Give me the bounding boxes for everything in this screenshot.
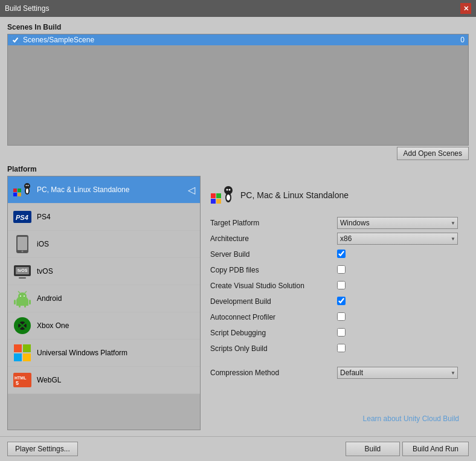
copy-pdb-checkbox[interactable] — [337, 265, 346, 274]
svg-point-21 — [20, 295, 21, 297]
dev-build-label: Development Build — [210, 297, 337, 306]
svg-rect-12 — [18, 237, 27, 250]
platform-uwp-label: Universal Windows Platform — [37, 349, 195, 357]
platform-list: PC, Mac & Linux Standalone ◁ PS4 — [7, 176, 201, 430]
build-and-run-button[interactable]: Build And Run — [402, 442, 469, 456]
svg-point-13 — [22, 251, 24, 253]
webgl-icon: HTML 5 — [13, 370, 32, 390]
uwp-icon — [13, 343, 32, 363]
settings-row-script-debug: Script Debugging — [210, 327, 459, 339]
scene-checkbox[interactable] — [11, 36, 19, 44]
platform-settings-header: PC, Mac & Linux Standalone — [210, 183, 459, 207]
platform-item-ios[interactable]: iOS — [8, 231, 200, 258]
tvos-icon: tvOS — [13, 262, 32, 281]
scenes-section-label: Scenes In Build — [7, 23, 469, 31]
window-title: Build Settings — [5, 4, 49, 13]
scene-name: Scenes/SampleScene — [23, 36, 457, 44]
svg-point-8 — [28, 185, 29, 186]
platform-ios-label: iOS — [37, 240, 195, 248]
copy-pdb-label: Copy PDB files — [210, 266, 337, 274]
svg-rect-39 — [216, 193, 221, 198]
platform-item-webgl[interactable]: HTML 5 WebGL — [8, 367, 200, 394]
svg-point-6 — [26, 189, 28, 193]
title-bar: Build Settings ✕ — [0, 0, 476, 17]
settings-row-autoconnect: Autoconnect Profiler — [210, 311, 459, 323]
platform-list-scroll[interactable]: PC, Mac & Linux Standalone ◁ PS4 — [8, 176, 200, 430]
settings-row-server-build: Server Build — [210, 248, 459, 260]
xbox-icon — [13, 316, 32, 335]
player-settings-button[interactable]: Player Settings... — [7, 442, 78, 456]
svg-rect-34 — [23, 353, 31, 361]
platform-settings-panel: PC, Mac & Linux Standalone Target Platfo… — [201, 176, 469, 430]
settings-row-architecture: Architecture x86 x86_64 — [210, 233, 459, 245]
svg-point-7 — [26, 185, 27, 186]
platform-item-uwp[interactable]: Universal Windows Platform — [8, 340, 200, 367]
target-platform-select[interactable]: Windows Mac OS X Linux — [337, 217, 458, 229]
svg-rect-2 — [13, 193, 17, 196]
svg-rect-26 — [29, 300, 31, 305]
dev-build-checkbox[interactable] — [337, 297, 346, 305]
add-open-scenes-row: Add Open Scenes — [7, 147, 469, 160]
platform-settings-icon — [210, 183, 234, 207]
compression-select[interactable]: Default LZ4 LZ4HC — [337, 367, 458, 379]
settings-row-compression: Compression Method Default LZ4 LZ4HC — [210, 367, 459, 379]
architecture-value: x86 x86_64 — [337, 233, 459, 245]
target-platform-select-wrapper: Windows Mac OS X Linux — [337, 217, 458, 229]
platform-android-label: Android — [37, 294, 195, 303]
platform-section-label: Platform — [7, 165, 469, 173]
scenes-list: Scenes/SampleScene 0 — [7, 34, 469, 146]
cloud-build-link[interactable]: Learn about Unity Cloud Build — [363, 414, 459, 423]
settings-row-scripts-only: Scripts Only Build — [210, 343, 459, 355]
compression-label: Compression Method — [210, 369, 337, 377]
dev-build-value — [337, 297, 459, 307]
svg-rect-32 — [23, 344, 31, 352]
script-debug-checkbox[interactable] — [337, 328, 346, 337]
platform-item-pc[interactable]: PC, Mac & Linux Standalone ◁ — [8, 176, 200, 204]
platform-ps4-label: PS4 — [37, 213, 195, 221]
svg-rect-19 — [16, 300, 28, 306]
platform-pc-label: PC, Mac & Linux Standalone — [37, 185, 183, 194]
svg-text:tvOS: tvOS — [18, 268, 28, 272]
server-build-checkbox[interactable] — [337, 250, 346, 258]
close-button[interactable]: ✕ — [460, 3, 471, 14]
active-indicator: ◁ — [188, 184, 195, 196]
scene-row: Scenes/SampleScene 0 — [8, 34, 468, 45]
settings-row-target-platform: Target Platform Windows Mac OS X Linux — [210, 217, 459, 229]
platform-tvos-label: tvOS — [37, 267, 195, 276]
build-settings-window: Build Settings ✕ Scenes In Build Scenes/… — [0, 0, 476, 461]
svg-rect-0 — [13, 189, 17, 192]
compression-select-wrapper: Default LZ4 LZ4HC — [337, 367, 458, 379]
add-open-scenes-button[interactable]: Add Open Scenes — [397, 147, 469, 160]
window-body: Scenes In Build Scenes/SampleScene 0 Add… — [0, 17, 476, 436]
platform-item-android[interactable]: Android — [8, 285, 200, 312]
target-platform-label: Target Platform — [210, 219, 337, 227]
svg-rect-40 — [211, 199, 216, 204]
svg-point-45 — [227, 189, 228, 191]
svg-rect-3 — [18, 193, 21, 196]
vs-solution-checkbox[interactable] — [337, 281, 346, 289]
platform-xbox-label: Xbox One — [37, 321, 195, 330]
platform-item-tvos[interactable]: tvOS tvOS — [8, 258, 200, 285]
autoconnect-checkbox[interactable] — [337, 312, 346, 321]
scripts-only-checkbox[interactable] — [337, 344, 346, 352]
scripts-only-value — [337, 344, 459, 354]
svg-point-46 — [229, 189, 231, 191]
svg-rect-41 — [216, 199, 221, 204]
architecture-select-wrapper: x86 x86_64 — [337, 233, 458, 245]
settings-rows: Target Platform Windows Mac OS X Linux — [210, 217, 459, 379]
target-platform-value: Windows Mac OS X Linux — [337, 217, 459, 229]
svg-rect-28 — [24, 305, 26, 308]
script-debug-label: Script Debugging — [210, 329, 337, 337]
server-build-label: Server Build — [210, 250, 337, 259]
platform-settings-title: PC, Mac & Linux Standalone — [240, 190, 349, 200]
android-icon — [13, 289, 32, 308]
platform-item-xbox[interactable]: Xbox One — [8, 312, 200, 340]
platform-item-ps4[interactable]: PS4 PS4 — [8, 204, 200, 231]
svg-rect-16 — [19, 277, 26, 279]
pc-icon — [13, 180, 32, 199]
scenes-section: Scenes In Build Scenes/SampleScene 0 Add… — [7, 23, 469, 160]
svg-rect-38 — [211, 193, 216, 198]
settings-row-vs-solution: Create Visual Studio Solution — [210, 280, 459, 292]
build-button[interactable]: Build — [346, 442, 400, 456]
architecture-select[interactable]: x86 x86_64 — [337, 233, 458, 245]
